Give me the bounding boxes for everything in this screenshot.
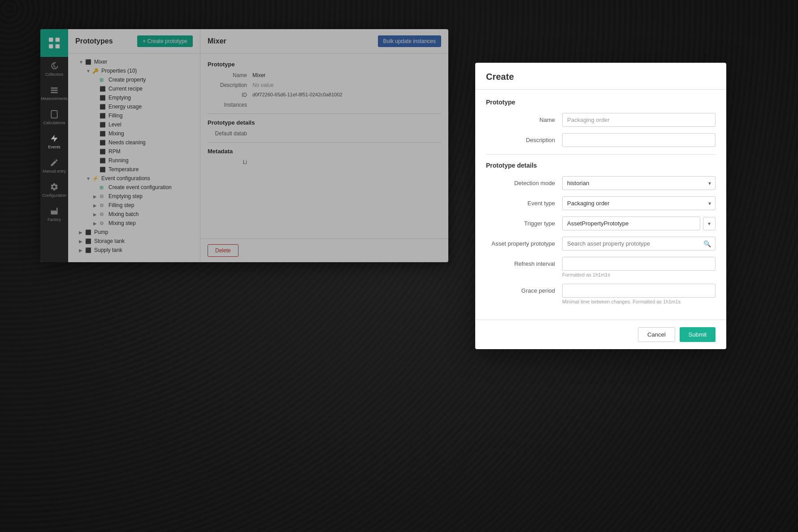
create-dialog: Create Prototype Name Description Prot xyxy=(475,63,726,349)
trigger-type-dropdown-button[interactable]: ▾ xyxy=(703,217,716,230)
detection-mode-wrapper: historian event-driven manual ▾ xyxy=(562,176,716,190)
asset-property-search-input[interactable] xyxy=(562,237,716,251)
form-row-name: Name xyxy=(486,113,716,127)
trigger-type-select[interactable]: AssetPropertyPrototype xyxy=(562,216,700,230)
form-trigger-type-control: AssetPropertyPrototype ▾ xyxy=(562,216,716,230)
submit-button[interactable]: Submit xyxy=(680,327,716,342)
form-name-control xyxy=(562,113,716,127)
dialog-header: Create xyxy=(475,63,726,90)
grace-period-hint: Minimal time between changes. Formatted … xyxy=(562,299,716,304)
form-row-detection-mode: Detection mode historian event-driven ma… xyxy=(486,176,716,190)
form-refresh-interval-control: 1m Formatted as 1h1m1s xyxy=(562,257,716,277)
form-row-grace-period: Grace period 0s Minimal time between cha… xyxy=(486,284,716,304)
asset-property-search-wrapper: 🔍 xyxy=(562,237,716,251)
dialog-footer: Cancel Submit xyxy=(475,320,726,349)
form-row-refresh-interval: Refresh interval 1m Formatted as 1h1m1s xyxy=(486,257,716,277)
section-separator xyxy=(486,154,716,155)
form-grace-period-label: Grace period xyxy=(486,284,562,294)
form-detection-mode-label: Detection mode xyxy=(486,176,562,186)
form-name-input[interactable] xyxy=(562,113,716,127)
form-description-input[interactable] xyxy=(562,133,716,147)
form-trigger-type-label: Trigger type xyxy=(486,216,562,227)
detection-mode-select[interactable]: historian event-driven manual xyxy=(562,176,716,190)
form-description-label: Description xyxy=(486,133,562,143)
dialog-overlay: Create Prototype Name Description Prot xyxy=(0,0,798,532)
event-type-wrapper: Packaging order Production order Batch ▾ xyxy=(562,196,716,210)
form-row-asset-property: Asset property prototype 🔍 xyxy=(486,237,716,251)
form-grace-period-control: 0s Minimal time between changes. Formatt… xyxy=(562,284,716,304)
form-event-type-label: Event type xyxy=(486,196,562,207)
dialog-prototype-section-title: Prototype xyxy=(486,99,716,106)
form-detection-mode-control: historian event-driven manual ▾ xyxy=(562,176,716,190)
dialog-prototype-details-title: Prototype details xyxy=(486,162,716,169)
form-grace-period-input[interactable]: 0s xyxy=(562,284,716,298)
refresh-interval-hint: Formatted as 1h1m1s xyxy=(562,272,716,277)
form-asset-property-label: Asset property prototype xyxy=(486,237,562,247)
trigger-type-wrapper: AssetPropertyPrototype ▾ xyxy=(562,216,716,230)
form-event-type-control: Packaging order Production order Batch ▾ xyxy=(562,196,716,210)
dialog-body: Prototype Name Description Prototype det… xyxy=(475,90,726,320)
form-refresh-interval-input[interactable]: 1m xyxy=(562,257,716,271)
event-type-select[interactable]: Packaging order Production order Batch xyxy=(562,196,716,210)
form-refresh-interval-label: Refresh interval xyxy=(486,257,562,267)
form-row-event-type: Event type Packaging order Production or… xyxy=(486,196,716,210)
form-row-trigger-type: Trigger type AssetPropertyPrototype ▾ xyxy=(486,216,716,230)
form-description-control xyxy=(562,133,716,147)
form-asset-property-control: 🔍 xyxy=(562,237,716,251)
cancel-button[interactable]: Cancel xyxy=(638,327,675,342)
search-icon: 🔍 xyxy=(703,240,711,247)
form-row-description: Description xyxy=(486,133,716,147)
form-name-label: Name xyxy=(486,113,562,123)
dialog-title: Create xyxy=(486,72,514,82)
